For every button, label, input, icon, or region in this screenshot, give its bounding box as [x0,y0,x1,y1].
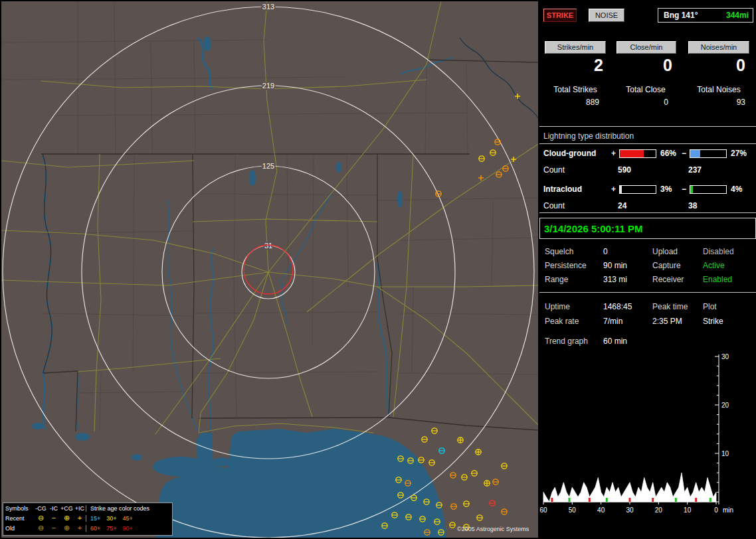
cg-neg-pct: 27% [731,149,747,158]
peak-time-value: 2:35 PM [652,317,682,326]
bearing-label: Bng 141° [664,11,698,20]
cg-minus-icon: ⊖ [34,515,48,521]
persistence-label: Persistence [545,261,587,270]
trend-window-value: 60 min [603,337,627,346]
ic-neg-bar [690,185,727,194]
legend-ages-recent: 15+ 30+ 45+ [86,515,172,522]
bearing-readout: Bng 141° 344mi [658,8,753,23]
ic-neg-bar-fill [690,186,693,193]
uptime-label: Uptime [545,302,570,311]
age-15: 15+ [90,515,100,522]
age-30: 30+ [106,515,116,522]
total-close-label: Total Close [614,85,678,94]
squelch-value: 0 [603,247,608,256]
svg-text:50: 50 [569,506,577,514]
capture-status: Active [703,261,725,270]
noises-per-min-button[interactable]: Noises/min [688,41,749,54]
svg-text:0: 0 [714,506,718,514]
ic-count-label: Count [543,201,565,210]
trend-graph-label: Trend graph [545,337,588,346]
legend-col-ic-pos: +IC [74,505,86,512]
map-canvas[interactable]: 31321912531 [1,1,538,538]
age-75: 75+ [106,525,116,532]
divider [539,126,756,127]
cg-plus-icon: ⊕ [60,515,74,521]
intracloud-label: Intracloud [543,185,582,194]
total-close-value: 0 [614,98,668,107]
divider [539,143,756,144]
plot-mode-value: Strike [703,317,723,326]
ic-minus-old-icon: − [48,525,60,531]
close-per-min-button[interactable]: Close/min [616,41,676,54]
divider [539,292,756,293]
distribution-title: Lightning type distribution [543,131,634,141]
cg-pos-count: 590 [618,165,631,175]
cg-neg-sign: − [682,149,686,158]
cg-minus-old-icon: ⊖ [34,525,48,531]
cg-pos-sign: + [611,149,616,158]
upload-status: Disabled [703,247,734,256]
peak-rate-value: 7/min [603,317,622,326]
map-legend: Symbols -CG -IC +CG +IC Strike age color… [3,502,173,536]
svg-text:10: 10 [684,506,692,514]
datetime-text: 3/14/2026 5:00:11 PM [544,223,642,234]
svg-text:219: 219 [262,82,274,90]
ic-pos-pct: 3% [660,185,672,194]
close-per-min-value: 0 [616,56,672,75]
svg-text:30: 30 [721,353,729,360]
persistence-value: 90 min [603,261,627,270]
ic-minus-icon: − [48,515,60,521]
ic-pos-count: 24 [618,201,626,210]
cg-pos-pct: 66% [660,149,676,158]
legend-symbols-title: Symbols [3,505,34,512]
noises-per-min-value: 0 [688,56,745,75]
svg-text:60: 60 [539,506,547,514]
total-noises-label: Total Noises [684,85,753,94]
legend-ages-old: 60+ 75+ 90+ [86,525,172,532]
cg-plus-old-icon: ⊕ [60,525,74,531]
ic-pos-bar-fill [620,186,622,193]
legend-col-cg-neg: -CG [34,505,48,512]
copyright-text: ©2005 Astrogenic Systems [457,526,529,532]
plot-label: Plot [703,302,717,311]
storm-map[interactable]: 31321912531 Symbols -CG -IC +CG +IC Stri… [1,1,538,538]
svg-text:313: 313 [262,3,274,11]
ic-neg-pct: 4% [731,185,742,194]
status-panel: STRIKE NOISE Bng 141° 344mi Strikes/min … [539,0,756,539]
ic-neg-sign: − [682,185,686,194]
svg-text:125: 125 [262,162,274,170]
peak-rate-label: Peak rate [545,317,579,326]
svg-text:30: 30 [626,506,634,514]
age-90: 90+ [123,525,133,532]
peak-time-label: Peak time [652,302,688,311]
legend-col-ic-neg: -IC [48,505,60,512]
legend-age-title: Strike age color codes [86,505,172,512]
cg-pos-bar [619,149,656,158]
ic-pos-sign: + [611,185,616,194]
ic-pos-bar [619,185,656,194]
age-45: 45+ [123,515,133,522]
cg-neg-count: 237 [688,165,702,175]
squelch-label: Squelch [545,247,573,256]
ic-neg-count: 38 [688,201,697,210]
svg-text:40: 40 [597,506,605,514]
age-60: 60+ [90,525,100,532]
divider [539,212,756,213]
trend-graph: 1020306050403020100min [539,350,756,520]
legend-row-old-label: Old [3,525,34,532]
capture-label: Capture [652,261,681,270]
total-strikes-label: Total Strikes [542,85,609,94]
ic-plus-old-icon: + [74,525,86,531]
cg-count-label: Count [543,165,565,175]
total-noises-value: 93 [684,98,745,107]
upload-label: Upload [652,247,678,256]
receiver-label: Receiver [652,275,684,284]
noise-button[interactable]: NOISE [589,9,624,22]
strikes-per-min-button[interactable]: Strikes/min [545,41,606,54]
strikes-per-min-value: 2 [545,56,603,75]
svg-text:10: 10 [721,450,729,457]
strike-button[interactable]: STRIKE [543,9,577,22]
svg-text:min: min [723,506,733,514]
ic-plus-icon: + [74,515,86,521]
datetime-box: 3/14/2026 5:00:11 PM [539,218,756,239]
